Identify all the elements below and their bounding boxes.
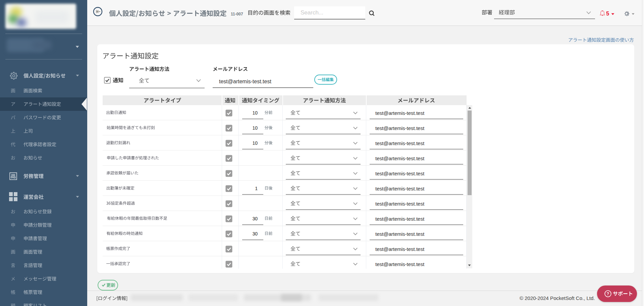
svg-text:?: ?	[607, 292, 609, 296]
